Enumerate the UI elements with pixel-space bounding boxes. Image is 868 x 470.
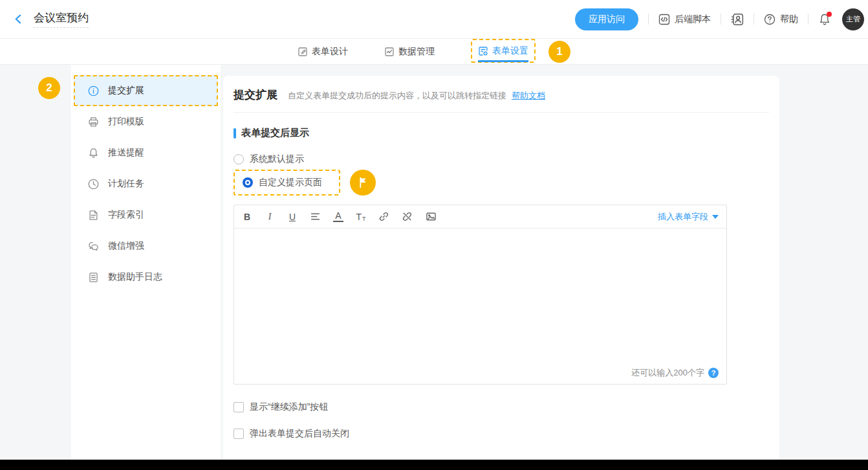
printer-icon <box>88 117 99 128</box>
avatar[interactable]: 主管 <box>842 8 864 30</box>
bell-icon <box>88 148 99 159</box>
question-help-icon[interactable]: ? <box>708 368 719 378</box>
radio-system-default[interactable]: 系统默认提示 <box>233 153 769 165</box>
divider <box>233 112 769 113</box>
divider <box>808 14 808 25</box>
sidebar-item-label: 计划任务 <box>108 178 144 190</box>
insert-form-field-label: 插入表单字段 <box>658 211 708 223</box>
tab-label: 数据管理 <box>398 46 435 58</box>
help-doc-link[interactable]: 帮助文档 <box>512 90 545 102</box>
flag-icon <box>356 175 370 190</box>
step-badge-1: 1 <box>548 41 570 63</box>
sidebar-item-label: 微信增强 <box>108 240 144 252</box>
insert-form-field-dropdown[interactable]: 插入表单字段 <box>658 211 719 223</box>
help-label: 帮助 <box>780 14 798 25</box>
sidebar-item-wechat-enhance[interactable]: 微信增强 <box>71 230 221 262</box>
help-button[interactable]: 帮助 <box>764 14 798 25</box>
font-size-button[interactable]: TT <box>356 212 366 222</box>
divider <box>754 14 754 25</box>
section-accent-bar <box>233 128 236 139</box>
sidebar-item-label: 数据助手日志 <box>108 271 162 283</box>
info-circle-icon <box>88 85 99 96</box>
app-window: 会议室预约 应用访问 后端脚本 帮助 主管 <box>0 0 868 470</box>
top-header: 会议室预约 应用访问 后端脚本 帮助 主管 <box>0 0 868 39</box>
checkbox-icon <box>233 429 244 439</box>
panel-title: 提交扩展 <box>233 87 277 102</box>
back-button[interactable] <box>12 13 25 26</box>
annotation-flag-marker <box>350 170 376 196</box>
sidebar-item-data-assistant-log[interactable]: 数据助手日志 <box>71 262 221 293</box>
sidebar-item-label: 提交扩展 <box>108 85 144 96</box>
checkbox-label: 显示“继续添加”按钮 <box>250 401 328 413</box>
checkbox-label: 弹出表单提交后自动关闭 <box>250 428 349 440</box>
backend-script-label: 后端脚本 <box>675 14 711 25</box>
editor-toolbar: B I U A TT 插入表单字段 <box>234 205 726 229</box>
bottom-black-bar <box>0 460 868 470</box>
document-icon <box>88 210 99 221</box>
wechat-icon <box>88 241 99 252</box>
bold-button[interactable]: B <box>242 212 252 222</box>
back-chevron-icon <box>13 14 24 25</box>
panel-subtitle: 自定义表单提交成功后的提示内容，以及可以跳转指定链接 <box>288 90 506 102</box>
tab-data-management[interactable]: 数据管理 <box>384 39 435 65</box>
page-body: 2 提交扩展 打印模版 推送提醒 计划任务 字段索引 <box>0 65 868 460</box>
help-icon <box>764 14 776 25</box>
radio-on-icon <box>243 177 253 188</box>
app-title: 会议室预约 <box>34 10 89 28</box>
clock-icon <box>88 179 99 190</box>
notification-bell-icon[interactable] <box>818 13 831 26</box>
radio-off-icon <box>233 154 244 164</box>
rich-text-editor: B I U A TT 插入表单字段 还可以输入200个字 <box>233 205 727 385</box>
tab-bar: 表单设计 数据管理 表单设置 1 <box>0 39 868 65</box>
sidebar-item-field-index[interactable]: 字段索引 <box>71 199 221 230</box>
sidebar-item-label: 打印模版 <box>108 116 144 128</box>
annotation-box-custom-radio: 自定义提示页面 <box>233 170 340 196</box>
sidebar-item-label: 推送提醒 <box>108 147 144 159</box>
sidebar-item-print-template[interactable]: 打印模版 <box>71 106 221 137</box>
checkbox-show-continue-add[interactable]: 显示“继续添加”按钮 <box>233 401 769 413</box>
form-settings-icon <box>478 46 488 56</box>
radio-custom-page[interactable]: 自定义提示页面 <box>243 177 322 188</box>
align-icon[interactable] <box>310 211 321 222</box>
divider <box>721 14 721 25</box>
form-design-icon <box>298 47 308 57</box>
image-icon[interactable] <box>425 211 437 222</box>
step-badge-2: 2 <box>38 77 60 99</box>
sidebar-item-scheduled-task[interactable]: 计划任务 <box>71 168 221 199</box>
radio-label: 系统默认提示 <box>250 153 304 165</box>
italic-button[interactable]: I <box>265 212 275 222</box>
section-title: 表单提交后显示 <box>241 127 309 139</box>
tab-label: 表单设计 <box>312 46 348 58</box>
app-access-button[interactable]: 应用访问 <box>575 8 638 30</box>
editor-content-area[interactable] <box>234 229 726 366</box>
char-count-label: 还可以输入200个字 <box>631 367 704 379</box>
annotation-box-step1: 表单设置 <box>471 39 536 63</box>
radio-label: 自定义提示页面 <box>259 177 322 188</box>
unlink-icon[interactable] <box>402 211 413 222</box>
log-icon <box>88 272 99 283</box>
chevron-down-icon <box>712 215 719 219</box>
data-management-icon <box>384 47 395 57</box>
code-icon <box>658 14 670 25</box>
tab-form-design[interactable]: 表单设计 <box>298 39 348 65</box>
checkbox-icon <box>233 402 244 412</box>
notification-dot <box>827 12 832 17</box>
link-icon[interactable] <box>378 211 389 222</box>
sidebar-item-submit-extension[interactable]: 提交扩展 <box>74 75 218 106</box>
tab-label: 表单设置 <box>492 45 528 57</box>
sidebar-item-push-reminder[interactable]: 推送提醒 <box>71 137 221 168</box>
divider <box>648 14 649 25</box>
backend-script-button[interactable]: 后端脚本 <box>658 14 711 25</box>
settings-sidebar: 提交扩展 打印模版 推送提醒 计划任务 字段索引 微信增强 <box>71 65 221 460</box>
checkbox-auto-close-popup[interactable]: 弹出表单提交后自动关闭 <box>233 428 769 440</box>
tab-form-settings[interactable]: 表单设置 <box>478 39 528 62</box>
sidebar-item-label: 字段索引 <box>108 209 144 221</box>
contacts-icon[interactable] <box>731 13 744 26</box>
font-color-button[interactable]: A <box>333 211 343 222</box>
submit-extension-panel: 提交扩展 自定义表单提交成功后的提示内容，以及可以跳转指定链接 帮助文档 表单提… <box>223 76 779 460</box>
underline-button[interactable]: U <box>287 212 298 222</box>
